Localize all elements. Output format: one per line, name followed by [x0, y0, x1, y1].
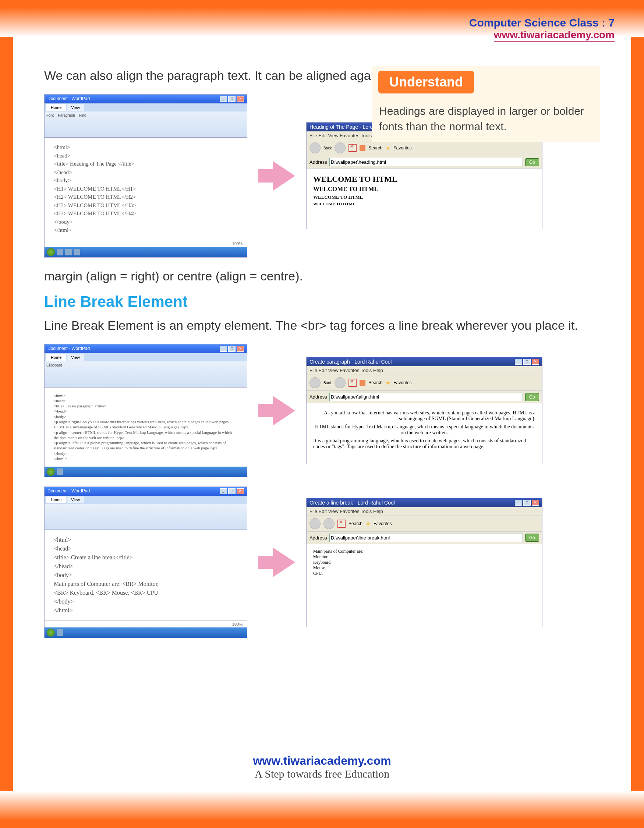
output-line: CPU. [313, 571, 536, 576]
para-group: Paragraph [58, 113, 75, 118]
minimize-icon[interactable]: _ [220, 488, 227, 494]
address-label: Address [309, 535, 327, 541]
favorites-label[interactable]: Favorites [373, 521, 392, 526]
address-input[interactable] [329, 533, 523, 542]
wordpad-title: Document - WordPad [47, 96, 90, 102]
maximize-icon[interactable]: □ [228, 96, 235, 102]
go-button[interactable]: Go [525, 393, 539, 401]
close-icon[interactable]: ✕ [532, 359, 539, 365]
close-icon[interactable]: ✕ [237, 346, 244, 352]
forward-button[interactable] [323, 518, 335, 529]
minimize-icon[interactable]: _ [220, 346, 227, 352]
code-line: </html> [54, 606, 238, 615]
heading-h1: WELCOME TO HTML [313, 174, 536, 184]
taskbar [44, 247, 247, 257]
output-line: Main parts of Computer are: [313, 549, 536, 554]
code-line: <head> [54, 152, 238, 160]
search-label[interactable]: Search [348, 521, 362, 526]
ie-menu[interactable]: File Edit View Favorites Tools Help [307, 507, 542, 516]
code-area-1: <html> <head> <title> Heading of The Pag… [44, 138, 247, 240]
favorites-star-icon[interactable]: ★ [365, 520, 371, 527]
understand-label: Understand [378, 71, 474, 94]
favorites-label[interactable]: Favorites [393, 380, 411, 385]
back-label: Back [323, 146, 332, 150]
ie-titlebar: Create a line break - Lord Rahul Cool_□✕ [307, 498, 542, 507]
refresh-icon[interactable] [360, 145, 365, 151]
ie-title: Create a line break - Lord Rahul Cool [309, 500, 395, 506]
minimize-icon[interactable]: _ [515, 500, 522, 506]
start-orb-icon[interactable] [47, 248, 55, 256]
output-line: Monitor, [313, 554, 536, 560]
maximize-icon[interactable]: □ [523, 359, 531, 365]
tab-home[interactable]: Home [46, 496, 66, 503]
stop-icon[interactable] [337, 520, 346, 528]
section-heading: Line Break Element [44, 293, 600, 310]
tab-home[interactable]: Home [46, 104, 66, 111]
favorites-star-icon[interactable]: ★ [385, 144, 390, 152]
tab-view[interactable]: View [67, 104, 84, 111]
minimize-icon[interactable]: _ [220, 96, 227, 102]
task-icon[interactable] [57, 629, 63, 636]
search-label[interactable]: Search [368, 380, 382, 385]
find-btn[interactable]: Find [79, 113, 86, 118]
search-label[interactable]: Search [368, 145, 382, 151]
forward-button[interactable] [335, 377, 346, 388]
back-button[interactable] [309, 518, 321, 529]
address-input[interactable] [329, 393, 523, 401]
address-bar: AddressGo [307, 532, 542, 544]
address-input[interactable] [329, 158, 523, 166]
maximize-icon[interactable]: □ [228, 346, 235, 352]
bottom-gradient [0, 791, 644, 828]
tab-view[interactable]: View [67, 354, 84, 361]
ie-toolbar: Search★Favorites [307, 516, 542, 532]
go-button[interactable]: Go [525, 158, 539, 166]
close-icon[interactable]: ✕ [532, 500, 539, 506]
heading-h3: WELCOME TO HTML [313, 194, 536, 200]
close-icon[interactable]: ✕ [237, 96, 244, 102]
refresh-icon[interactable] [360, 380, 365, 386]
browser-content-1: WELCOME TO HTML WELCOME TO HTML WELCOME … [307, 169, 542, 229]
code-line: <BR> Keyboard, <BR> Mouse, <BR> CPU. [54, 588, 238, 597]
code-line: <H2> WELCOME TO HTML</H2> [54, 193, 238, 201]
back-button[interactable] [309, 143, 321, 154]
ie-menu[interactable]: File Edit View Favorites Tools Help [307, 366, 542, 375]
code-line: <p align = right> As you all know that I… [54, 419, 238, 430]
example-row-3: Document - WordPad_□✕ HomeView <html> <h… [44, 486, 600, 638]
font-group: Font [46, 113, 54, 118]
tab-view[interactable]: View [67, 496, 84, 503]
stop-icon[interactable] [348, 144, 357, 152]
maximize-icon[interactable]: □ [523, 500, 531, 506]
taskbar [44, 467, 247, 477]
code-line: <p align = center> HTML stands for Hyper… [54, 430, 238, 441]
close-icon[interactable]: ✕ [237, 488, 244, 494]
minimize-icon[interactable]: _ [515, 359, 522, 365]
code-line: <html> [54, 535, 238, 544]
header-url: www.tiwariacademy.com [494, 29, 614, 42]
start-orb-icon[interactable] [47, 629, 55, 637]
tab-home[interactable]: Home [46, 354, 66, 361]
wordpad-titlebar: Document - WordPad_□✕ [44, 345, 247, 353]
wordpad-title: Document - WordPad [47, 488, 90, 494]
taskbar [44, 627, 247, 638]
stop-icon[interactable] [348, 379, 357, 387]
task-icon[interactable] [74, 249, 80, 256]
task-icon[interactable] [57, 469, 63, 475]
wordpad-window-1: Document - WordPad_□✕ HomeView Font Para… [44, 94, 247, 257]
margin-text: margin (align = right) or centre (align … [44, 267, 600, 285]
favorites-label[interactable]: Favorites [393, 145, 411, 151]
go-button[interactable]: Go [525, 533, 539, 542]
zoom-status: 100% [44, 621, 247, 627]
class-label: Computer Science Class : 7 [469, 17, 614, 29]
window-controls: _□✕ [220, 96, 244, 102]
task-icon[interactable] [57, 249, 63, 256]
line-break-text: Line Break Element is an empty element. … [44, 316, 600, 335]
back-button[interactable] [309, 377, 321, 388]
understand-text: Headings are displayed in larger or bold… [372, 98, 600, 142]
start-orb-icon[interactable] [47, 468, 55, 476]
forward-button[interactable] [335, 143, 346, 154]
border-right [631, 37, 644, 791]
task-icon[interactable] [65, 249, 72, 256]
favorites-star-icon[interactable]: ★ [385, 380, 390, 386]
maximize-icon[interactable]: □ [228, 488, 235, 494]
code-area-3: <html> <head> <title> Create a line brea… [44, 530, 247, 621]
